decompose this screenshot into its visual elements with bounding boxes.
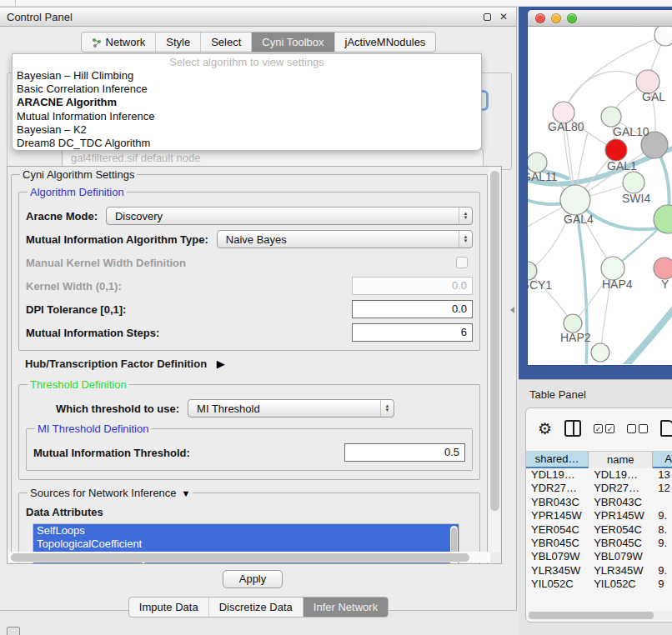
stepper-arrows-icon: ▲▼ (459, 208, 472, 224)
cyni-algorithm-settings-group: Cyni Algorithm Settings Algorithm Defini… (11, 168, 488, 564)
network-window-titlebar[interactable] (528, 10, 672, 27)
node-label: GCY1 (528, 278, 552, 292)
algorithm-option[interactable]: Bayesian – Hill Climbing (13, 69, 481, 82)
algorithm-option[interactable]: Dream8 DC_TDC Algorithm (13, 137, 481, 150)
network-node-gal1[interactable] (605, 139, 627, 161)
deselect-all-checks-icon[interactable] (627, 424, 648, 433)
network-node-gcy1[interactable] (528, 262, 537, 280)
attribute-item[interactable]: TopologicalCoefficient (33, 538, 459, 551)
table-toolbar: ⚙ ✓✓ (526, 408, 672, 448)
mi-threshold-field[interactable]: 0.5 (344, 443, 465, 462)
aracne-mode-combo[interactable]: Discovery ▲▼ (106, 207, 473, 225)
column-header-shared-name[interactable]: shared… (526, 451, 589, 468)
table-cell: YPR145W (589, 509, 653, 522)
stepper-arrows-icon: ▲▼ (380, 400, 394, 417)
tab-cyni-toolbox[interactable]: Cyni Toolbox (252, 32, 334, 52)
which-threshold-label: Which threshold to use: (56, 402, 179, 415)
table-row[interactable]: YDL19…YDL19…13 (526, 468, 672, 482)
kernel-width-field[interactable]: 0.0 (352, 277, 473, 295)
tab-network[interactable]: Network (82, 32, 157, 52)
table-row[interactable]: YDR27…YDR27…12 (526, 482, 672, 495)
mi-type-combo[interactable]: Naive Bayes ▲▼ (217, 230, 473, 248)
network-node[interactable] (591, 343, 609, 362)
minimize-traffic-light[interactable] (551, 13, 561, 23)
close-panel-icon[interactable]: ✕ (498, 11, 509, 22)
algorithm-option[interactable]: Basic Correlation Inference (13, 82, 481, 96)
select-all-checks-icon[interactable]: ✓✓ (594, 424, 614, 433)
network-node-hap2[interactable] (564, 314, 582, 332)
network-node-gal4[interactable] (560, 185, 590, 215)
tab-jactivemnodules[interactable]: jActiveMNodules (335, 32, 436, 52)
node-label: GAL11 (528, 170, 558, 183)
data-attributes-label: Data Attributes (26, 506, 473, 518)
table-row[interactable]: YBR043CYBR043C (526, 496, 672, 509)
table-row[interactable]: YER054CYER054C8. (526, 523, 672, 537)
table-horizontal-scrollbar[interactable] (528, 611, 672, 620)
network-canvas[interactable]: GALGAL80GAL10GAL1GAL11SWI4GAL4GCY1HAP4YH… (528, 27, 672, 364)
document-icon[interactable] (660, 420, 672, 437)
settings-horizontal-scrollbar[interactable] (8, 552, 490, 562)
mi-threshold-group: MI Threshold Definition Mutual Informati… (26, 422, 473, 471)
table-cell: YBR043C (526, 496, 589, 509)
tab-impute-data[interactable]: Impute Data (129, 598, 209, 617)
table-panel-region: Table Panel ⚙ ✓✓ shared… name A YDL19…YD… (519, 379, 672, 635)
table-cell: YBR043C (589, 496, 653, 509)
manual-kernel-checkbox[interactable] (456, 257, 468, 268)
aracne-mode-label: Aracne Mode: (26, 210, 98, 222)
table-row[interactable]: YBL079WYBL079W (526, 550, 672, 563)
algorithm-definition-group: Algorithm Definition Aracne Mode: Discov… (18, 186, 480, 351)
algorithm-option[interactable]: Mutual Information Inference (13, 110, 481, 123)
split-columns-icon[interactable] (564, 420, 581, 437)
tab-select[interactable]: Select (201, 32, 252, 52)
settings-vertical-scrollbar[interactable] (489, 168, 500, 552)
table-cell: YLR345W (526, 564, 589, 578)
table-cell: YLR345W (589, 564, 653, 578)
attribute-item[interactable]: SelfLoops (33, 524, 459, 538)
table-row[interactable]: YPR145WYPR145W9. (526, 509, 672, 522)
hub-definition-expander[interactable]: Hub/Transcription Factor Definition ▶ (25, 358, 480, 370)
table-cell: YDR27… (589, 482, 653, 495)
mi-threshold-label: Mutual Information Threshold: (33, 447, 190, 459)
network-node-swi4[interactable] (623, 172, 644, 193)
splitpane-collapse-icon[interactable] (510, 307, 514, 313)
hub-definition-label: Hub/Transcription Factor Definition (25, 358, 207, 370)
float-panel-icon[interactable] (484, 13, 491, 21)
table-row[interactable]: YIL052CYIL052C9 (526, 578, 672, 591)
close-traffic-light[interactable] (535, 13, 545, 23)
network-node[interactable] (654, 27, 672, 46)
tab-infer-network[interactable]: Infer Network (303, 598, 388, 617)
algorithm-dropdown-popup: Select algorithm to view settings Bayesi… (12, 53, 482, 151)
mi-steps-label: Mutual Information Steps: (26, 327, 159, 339)
network-node-gal10[interactable] (601, 107, 621, 127)
table-cell: 9. (653, 509, 672, 522)
tab-discretize-data[interactable]: Discretize Data (209, 598, 303, 617)
collapse-down-icon: ▼ (182, 488, 191, 498)
table-cell (653, 550, 672, 563)
dpi-tolerance-field[interactable]: 0.0 (352, 300, 473, 318)
algorithm-placeholder: Select algorithm to view settings (13, 56, 481, 69)
mi-steps-field[interactable]: 6 (352, 323, 473, 342)
table-cell: 12 (653, 482, 672, 495)
table-cell: YIL052C (589, 578, 653, 591)
table-panel-window: ⚙ ✓✓ shared… name A YDL19…YDL19…13YDR27…… (525, 408, 672, 622)
column-header-name[interactable]: name (589, 451, 653, 468)
network-node-hap4[interactable] (601, 257, 624, 280)
stepper-arrows-icon: ▲▼ (459, 231, 472, 248)
table-cell: 9 (653, 578, 672, 591)
gear-icon[interactable]: ⚙ (538, 421, 552, 437)
table-row[interactable]: YLR345WYLR345W9. (526, 564, 672, 578)
table-row[interactable]: YBR045CYBR045C9. (526, 537, 672, 550)
sources-title[interactable]: Sources for Network Inference▼ (28, 487, 193, 499)
threshold-definition-title: Threshold Definition (28, 378, 129, 391)
minimized-panel-icon[interactable] (7, 627, 20, 635)
algorithm-option-selected[interactable]: ARACNE Algorithm (13, 96, 481, 109)
zoom-traffic-light[interactable] (567, 13, 577, 23)
algorithm-option[interactable]: Bayesian – K2 (13, 123, 481, 137)
tab-style[interactable]: Style (156, 32, 201, 52)
apply-button[interactable]: Apply (223, 570, 283, 588)
table-cell: 9. (653, 537, 672, 550)
network-node-y[interactable] (654, 258, 672, 279)
column-header-partial[interactable]: A (653, 451, 672, 468)
table-cell: YBL079W (526, 550, 589, 563)
which-threshold-combo[interactable]: MI Threshold ▲▼ (188, 399, 394, 418)
